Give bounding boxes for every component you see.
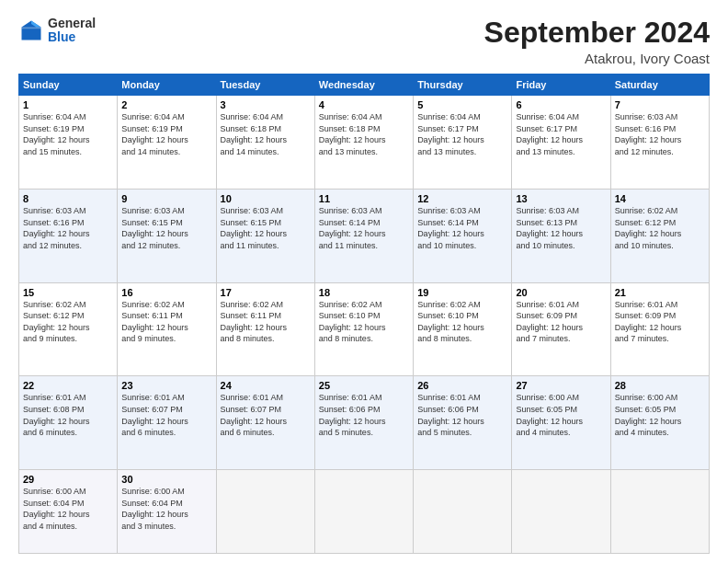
day-info: Sunrise: 6:03 AM Sunset: 6:14 PM Dayligh… xyxy=(319,205,409,251)
table-row: 7Sunrise: 6:03 AM Sunset: 6:16 PM Daylig… xyxy=(610,96,709,190)
day-number: 26 xyxy=(417,380,507,391)
day-number: 11 xyxy=(319,193,409,204)
table-row: 13Sunrise: 6:03 AM Sunset: 6:13 PM Dayli… xyxy=(512,189,610,282)
day-info: Sunrise: 6:01 AM Sunset: 6:08 PM Dayligh… xyxy=(23,392,113,438)
table-row: 30Sunrise: 6:00 AM Sunset: 6:04 PM Dayli… xyxy=(118,470,216,554)
day-number: 30 xyxy=(121,474,211,485)
table-row: 14Sunrise: 6:02 AM Sunset: 6:12 PM Dayli… xyxy=(610,189,709,282)
day-info: Sunrise: 6:03 AM Sunset: 6:14 PM Dayligh… xyxy=(417,205,507,251)
month-title: September 2024 xyxy=(484,17,710,49)
day-number: 5 xyxy=(417,99,507,110)
table-row: 29Sunrise: 6:00 AM Sunset: 6:04 PM Dayli… xyxy=(19,470,118,554)
day-number: 18 xyxy=(319,287,409,298)
day-number: 13 xyxy=(516,193,606,204)
logo-blue-text: Blue xyxy=(48,30,96,44)
logo-icon xyxy=(18,17,44,43)
day-info: Sunrise: 6:04 AM Sunset: 6:19 PM Dayligh… xyxy=(23,111,113,157)
header: General Blue September 2024 Atakrou, Ivo… xyxy=(18,17,710,66)
day-number: 19 xyxy=(417,287,507,298)
day-number: 1 xyxy=(23,99,113,110)
day-number: 23 xyxy=(121,380,211,391)
table-row: 21Sunrise: 6:01 AM Sunset: 6:09 PM Dayli… xyxy=(610,282,709,376)
table-row: 20Sunrise: 6:01 AM Sunset: 6:09 PM Dayli… xyxy=(512,282,610,376)
table-row: 10Sunrise: 6:03 AM Sunset: 6:15 PM Dayli… xyxy=(216,189,314,282)
table-row xyxy=(512,470,610,554)
table-row: 5Sunrise: 6:04 AM Sunset: 6:17 PM Daylig… xyxy=(414,96,512,190)
day-number: 28 xyxy=(615,380,705,391)
day-number: 22 xyxy=(23,380,113,391)
table-row: 6Sunrise: 6:04 AM Sunset: 6:17 PM Daylig… xyxy=(512,96,610,190)
day-info: Sunrise: 6:01 AM Sunset: 6:06 PM Dayligh… xyxy=(319,392,409,438)
col-monday: Monday xyxy=(118,75,216,96)
day-number: 27 xyxy=(516,380,606,391)
table-row: 4Sunrise: 6:04 AM Sunset: 6:18 PM Daylig… xyxy=(314,96,413,190)
calendar-header-row: Sunday Monday Tuesday Wednesday Thursday… xyxy=(19,75,710,96)
table-row xyxy=(216,470,314,554)
day-number: 8 xyxy=(23,193,113,204)
calendar-week-row: 29Sunrise: 6:00 AM Sunset: 6:04 PM Dayli… xyxy=(19,470,710,554)
table-row: 11Sunrise: 6:03 AM Sunset: 6:14 PM Dayli… xyxy=(314,189,413,282)
table-row xyxy=(414,470,512,554)
calendar-week-row: 1Sunrise: 6:04 AM Sunset: 6:19 PM Daylig… xyxy=(19,96,710,190)
day-number: 9 xyxy=(121,193,211,204)
day-info: Sunrise: 6:02 AM Sunset: 6:11 PM Dayligh… xyxy=(121,299,211,345)
day-info: Sunrise: 6:03 AM Sunset: 6:15 PM Dayligh… xyxy=(221,205,311,251)
table-row: 22Sunrise: 6:01 AM Sunset: 6:08 PM Dayli… xyxy=(19,376,118,470)
table-row: 1Sunrise: 6:04 AM Sunset: 6:19 PM Daylig… xyxy=(19,96,118,190)
title-block: September 2024 Atakrou, Ivory Coast xyxy=(484,17,710,66)
logo-text: General Blue xyxy=(48,17,96,45)
table-row: 12Sunrise: 6:03 AM Sunset: 6:14 PM Dayli… xyxy=(414,189,512,282)
col-wednesday: Wednesday xyxy=(314,75,413,96)
day-info: Sunrise: 6:02 AM Sunset: 6:11 PM Dayligh… xyxy=(221,299,311,345)
day-number: 29 xyxy=(23,474,113,485)
table-row: 15Sunrise: 6:02 AM Sunset: 6:12 PM Dayli… xyxy=(19,282,118,376)
day-number: 24 xyxy=(221,380,311,391)
table-row: 9Sunrise: 6:03 AM Sunset: 6:15 PM Daylig… xyxy=(118,189,216,282)
day-info: Sunrise: 6:01 AM Sunset: 6:09 PM Dayligh… xyxy=(615,299,705,345)
col-thursday: Thursday xyxy=(414,75,512,96)
day-info: Sunrise: 6:04 AM Sunset: 6:19 PM Dayligh… xyxy=(121,111,211,157)
day-info: Sunrise: 6:04 AM Sunset: 6:18 PM Dayligh… xyxy=(221,111,311,157)
table-row xyxy=(610,470,709,554)
col-sunday: Sunday xyxy=(19,75,118,96)
svg-rect-2 xyxy=(22,28,41,29)
day-info: Sunrise: 6:04 AM Sunset: 6:17 PM Dayligh… xyxy=(516,111,606,157)
day-info: Sunrise: 6:04 AM Sunset: 6:17 PM Dayligh… xyxy=(417,111,507,157)
day-number: 14 xyxy=(615,193,705,204)
day-info: Sunrise: 6:03 AM Sunset: 6:15 PM Dayligh… xyxy=(121,205,211,251)
col-tuesday: Tuesday xyxy=(216,75,314,96)
day-number: 6 xyxy=(516,99,606,110)
col-friday: Friday xyxy=(512,75,610,96)
table-row: 8Sunrise: 6:03 AM Sunset: 6:16 PM Daylig… xyxy=(19,189,118,282)
day-info: Sunrise: 6:02 AM Sunset: 6:10 PM Dayligh… xyxy=(319,299,409,345)
day-number: 15 xyxy=(23,287,113,298)
table-row: 16Sunrise: 6:02 AM Sunset: 6:11 PM Dayli… xyxy=(118,282,216,376)
table-row: 19Sunrise: 6:02 AM Sunset: 6:10 PM Dayli… xyxy=(414,282,512,376)
calendar-week-row: 15Sunrise: 6:02 AM Sunset: 6:12 PM Dayli… xyxy=(19,282,710,376)
logo-general-text: General xyxy=(48,17,96,30)
day-number: 20 xyxy=(516,287,606,298)
calendar-week-row: 22Sunrise: 6:01 AM Sunset: 6:08 PM Dayli… xyxy=(19,376,710,470)
calendar-table: Sunday Monday Tuesday Wednesday Thursday… xyxy=(18,74,710,554)
day-number: 4 xyxy=(319,99,409,110)
table-row: 18Sunrise: 6:02 AM Sunset: 6:10 PM Dayli… xyxy=(314,282,413,376)
day-info: Sunrise: 6:00 AM Sunset: 6:04 PM Dayligh… xyxy=(23,486,113,532)
logo: General Blue xyxy=(18,17,96,45)
col-saturday: Saturday xyxy=(610,75,709,96)
table-row: 17Sunrise: 6:02 AM Sunset: 6:11 PM Dayli… xyxy=(216,282,314,376)
table-row: 23Sunrise: 6:01 AM Sunset: 6:07 PM Dayli… xyxy=(118,376,216,470)
day-info: Sunrise: 6:01 AM Sunset: 6:07 PM Dayligh… xyxy=(121,392,211,438)
table-row: 25Sunrise: 6:01 AM Sunset: 6:06 PM Dayli… xyxy=(314,376,413,470)
day-info: Sunrise: 6:01 AM Sunset: 6:06 PM Dayligh… xyxy=(417,392,507,438)
table-row xyxy=(314,470,413,554)
day-info: Sunrise: 6:02 AM Sunset: 6:10 PM Dayligh… xyxy=(417,299,507,345)
day-info: Sunrise: 6:01 AM Sunset: 6:07 PM Dayligh… xyxy=(221,392,311,438)
day-info: Sunrise: 6:00 AM Sunset: 6:04 PM Dayligh… xyxy=(121,486,211,532)
table-row: 3Sunrise: 6:04 AM Sunset: 6:18 PM Daylig… xyxy=(216,96,314,190)
day-info: Sunrise: 6:00 AM Sunset: 6:05 PM Dayligh… xyxy=(615,392,705,438)
page: General Blue September 2024 Atakrou, Ivo… xyxy=(0,0,728,563)
table-row: 26Sunrise: 6:01 AM Sunset: 6:06 PM Dayli… xyxy=(414,376,512,470)
day-info: Sunrise: 6:03 AM Sunset: 6:16 PM Dayligh… xyxy=(615,111,705,157)
calendar-week-row: 8Sunrise: 6:03 AM Sunset: 6:16 PM Daylig… xyxy=(19,189,710,282)
day-info: Sunrise: 6:03 AM Sunset: 6:13 PM Dayligh… xyxy=(516,205,606,251)
